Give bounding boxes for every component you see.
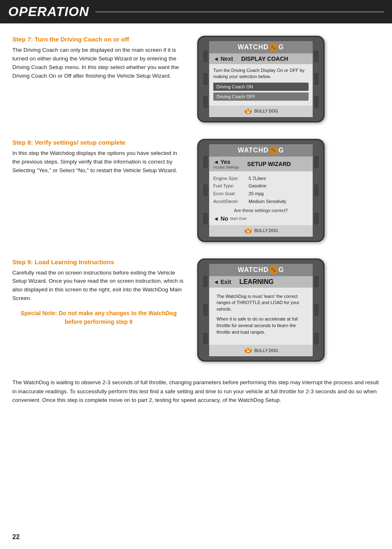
device8-inner: WATCHD🐾G ◄ Yes Accept Settings SETUP WIZ… — [209, 144, 313, 237]
side-btn-7-3[interactable] — [203, 96, 208, 108]
svg-point-17 — [249, 348, 251, 349]
side-btn-9-1[interactable] — [203, 276, 208, 287]
step8-body: In this step the Watchdog displays the o… — [12, 149, 185, 175]
side-btn-7-1[interactable] — [203, 51, 208, 62]
paw-icon-9: 🐾 — [270, 266, 278, 274]
nav-arrow-7[interactable]: ◄ Next — [213, 55, 233, 62]
setting-label-3: Accel/Decel: — [213, 198, 246, 205]
step7-device: WATCHD🐾G ◄ Next DISPLAY COACH Turn the D… — [197, 36, 325, 122]
bully-dog-8: BULLY DOG — [244, 227, 278, 235]
side-btn-7r-1[interactable] — [314, 51, 318, 62]
nav-arrow-8[interactable]: ◄ Yes — [213, 159, 231, 165]
bully-dog-label-7: BULLY DOG — [254, 109, 278, 113]
main-content: Step 7: Turn the Driving Coach on or off… — [0, 23, 392, 417]
page-header: OPERATION — [0, 0, 392, 23]
step8-section: Step 8: Verify settings/ setup complete … — [12, 139, 380, 242]
screen9-header: WATCHD🐾G — [209, 264, 313, 276]
nav-title-9: LEARNING — [239, 278, 274, 286]
screen7-nav: ◄ Next DISPLAY COACH — [209, 53, 313, 64]
watchdog-logo-7: WATCHD🐾G — [213, 43, 309, 51]
svg-point-15 — [247, 351, 249, 353]
svg-point-4 — [246, 109, 247, 110]
side-btn-9-3[interactable] — [203, 333, 208, 344]
side-btn-8r-1[interactable] — [314, 156, 318, 168]
screen7-text: Turn the Driving Coach Display On or OFF… — [213, 67, 309, 80]
side-btn-8-1[interactable] — [203, 156, 208, 168]
paw-icon-7: 🐾 — [270, 43, 278, 51]
screen8-no-nav: ◄ No Start Over — [213, 215, 309, 222]
right-buttons-7 — [313, 41, 320, 117]
screen7-header: WATCHD🐾G — [209, 41, 313, 53]
left-buttons-8 — [202, 144, 209, 237]
side-btn-7-2[interactable] — [203, 73, 208, 85]
step8-text: Step 8: Verify settings/ setup complete … — [12, 139, 185, 175]
no-sub-8: Start Over — [230, 217, 247, 221]
svg-point-11 — [249, 228, 251, 230]
left-buttons-9 — [202, 264, 209, 357]
bully-dog-icon-8 — [244, 227, 253, 235]
svg-point-5 — [249, 109, 251, 110]
no-arrow-8[interactable]: ◄ No — [213, 215, 228, 222]
device9-inner: WATCHD🐾G ◄ Exit LEARNING The WatchDog is… — [209, 264, 313, 357]
side-btn-7r-3[interactable] — [314, 96, 318, 108]
setting-row-1: Fuel Type: Gasoline — [213, 182, 309, 190]
step9-title: Step 9: Load Learning Instructions — [12, 258, 185, 265]
step8-title: Step 8: Verify settings/ setup complete — [12, 139, 185, 146]
device8: WATCHD🐾G ◄ Yes Accept Settings SETUP WIZ… — [197, 139, 325, 242]
side-btn-9r-3[interactable] — [314, 333, 318, 344]
step8-device: WATCHD🐾G ◄ Yes Accept Settings SETUP WIZ… — [197, 139, 325, 242]
side-btn-9-2[interactable] — [203, 304, 208, 316]
setting-value-3: Medium Sensitivity — [249, 198, 286, 205]
screen9-footer: BULLY DOG — [209, 345, 313, 356]
settings-list: Engine Size: 5.7Liters Fuel Type: Gasoli… — [213, 175, 309, 205]
watchdog-logo-9: WATCHD🐾G — [213, 266, 309, 274]
paw-icon-8: 🐾 — [270, 146, 278, 155]
setting-label-1: Fuel Type: — [213, 182, 246, 190]
step7-body: The Driving Coach can only be displayed … — [12, 46, 185, 81]
device7-inner: WATCHD🐾G ◄ Next DISPLAY COACH Turn the D… — [209, 41, 313, 117]
learning-text1: The WatchDog is must 'learn' the correct… — [217, 293, 305, 313]
svg-point-3 — [247, 111, 249, 113]
step7-text: Step 7: Turn the Driving Coach on or off… — [12, 36, 185, 81]
side-btn-8-3[interactable] — [203, 213, 208, 224]
bully-dog-label-9: BULLY DOG — [254, 348, 278, 353]
bully-dog-label-8: BULLY DOG — [254, 228, 278, 233]
side-btn-7r-2[interactable] — [314, 73, 318, 85]
page-title: OPERATION — [8, 4, 89, 19]
screen9-nav: ◄ Exit LEARNING — [209, 276, 313, 288]
screen8-nav: ◄ Yes Accept Settings SETUP WIZARD — [209, 157, 313, 171]
setting-row-3: Accel/Decel: Medium Sensitivity — [213, 198, 309, 205]
device7: WATCHD🐾G ◄ Next DISPLAY COACH Turn the D… — [197, 36, 325, 122]
nav-arrow-9[interactable]: ◄ Exit — [213, 279, 231, 285]
side-btn-9r-2[interactable] — [314, 304, 318, 316]
driving-coach-off-btn[interactable]: Driving Coach OFF — [213, 92, 309, 101]
screen9-content: The WatchDog is must 'learn' the correct… — [209, 288, 313, 345]
screen8-header: WATCHD🐾G — [209, 144, 313, 157]
side-btn-8r-3[interactable] — [314, 213, 318, 224]
header-line — [95, 12, 384, 12]
screen8-content: Engine Size: 5.7Liters Fuel Type: Gasoli… — [209, 171, 313, 225]
nav-sub-8: Accept Settings — [213, 165, 239, 169]
page-number: 22 — [12, 533, 20, 541]
driving-coach-on-btn[interactable]: Driving Coach ON — [213, 83, 309, 91]
setting-value-2: 20 mpg — [249, 190, 264, 198]
learning-text2: When it is safe to do so accelerate at f… — [217, 316, 305, 336]
setting-row-2: Econ Goal: 20 mpg — [213, 190, 309, 198]
svg-point-9 — [247, 231, 249, 233]
step9-body: Carefully read the on screen instruction… — [12, 269, 185, 303]
setting-label-2: Econ Goal: — [213, 190, 246, 198]
watchdog-logo-8: WATCHD🐾G — [213, 146, 309, 155]
side-btn-8-2[interactable] — [203, 185, 208, 196]
bully-dog-icon-9 — [244, 347, 253, 354]
screen7-content: Turn the Driving Coach Display On or OFF… — [209, 64, 313, 106]
bully-dog-7: BULLY DOG — [244, 108, 278, 115]
step7-section: Step 7: Turn the Driving Coach on or off… — [12, 36, 380, 122]
bully-dog-9: BULLY DOG — [244, 347, 278, 354]
side-btn-8r-2[interactable] — [314, 185, 318, 196]
side-btn-9r-1[interactable] — [314, 276, 318, 287]
setting-label-0: Engine Size: — [213, 175, 246, 182]
setting-value-1: Gasoline — [249, 182, 266, 190]
step9-note: Special Note: Do not make any changes to… — [12, 309, 185, 326]
right-buttons-9 — [313, 264, 320, 357]
svg-point-16 — [246, 348, 247, 349]
